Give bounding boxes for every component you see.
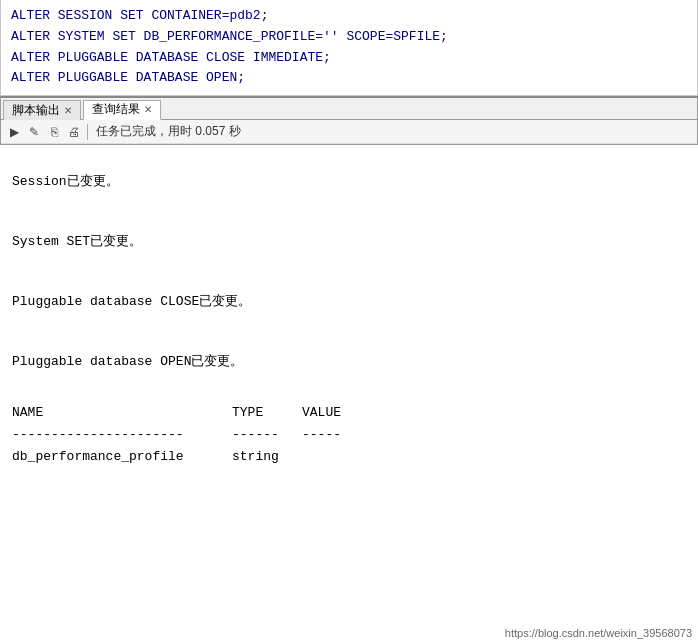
tab-script-output-label: 脚本输出 <box>12 102 60 119</box>
output-line-close: Pluggable database CLOSE已变更。 <box>12 291 686 313</box>
tabs-row: 脚本输出 ✕ 查询结果 ✕ <box>1 98 697 120</box>
output-area[interactable]: Session已变更。 System SET已变更。 Pluggable dat… <box>0 145 698 643</box>
table-row: db_performance_profile string <box>12 446 686 468</box>
output-blank-8 <box>12 376 686 394</box>
table-cell-name: db_performance_profile <box>12 446 232 468</box>
output-line-session: Session已变更。 <box>12 171 686 193</box>
output-blank-6 <box>12 315 686 333</box>
table-header-name: NAME <box>12 402 232 424</box>
output-blank-2 <box>12 195 686 213</box>
tab-query-results-label: 查询结果 <box>92 101 140 118</box>
table-header-value: VALUE <box>302 402 352 424</box>
print-icon[interactable]: 🖨 <box>65 123 83 141</box>
output-blank-3 <box>12 213 686 231</box>
tab-script-output-close[interactable]: ✕ <box>64 105 72 116</box>
table-divider-row: ---------------------- ------ ----- <box>12 424 686 446</box>
code-line-3: ALTER PLUGGABLE DATABASE CLOSE IMMEDIATE… <box>11 48 687 69</box>
watermark: https://blog.csdn.net/weixin_39568073 <box>505 627 692 639</box>
edit-icon[interactable]: ✎ <box>25 123 43 141</box>
table-divider-name: ---------------------- <box>12 424 232 446</box>
copy-icon[interactable]: ⎘ <box>45 123 63 141</box>
code-line-4: ALTER PLUGGABLE DATABASE OPEN; <box>11 68 687 89</box>
toolbar-status: 任务已完成，用时 0.057 秒 <box>96 123 241 140</box>
code-editor[interactable]: ALTER SESSION SET CONTAINER=pdb2; ALTER … <box>0 0 698 96</box>
output-blank-7 <box>12 333 686 351</box>
code-line-2: ALTER SYSTEM SET DB_PERFORMANCE_PROFILE=… <box>11 27 687 48</box>
table-header-row: NAME TYPE VALUE <box>12 402 686 424</box>
run-icon[interactable]: ▶ <box>5 123 23 141</box>
output-line-open: Pluggable database OPEN已变更。 <box>12 351 686 373</box>
output-blank-5 <box>12 273 686 291</box>
code-line-1: ALTER SESSION SET CONTAINER=pdb2; <box>11 6 687 27</box>
toolbar-container: 脚本输出 ✕ 查询结果 ✕ ▶ ✎ ⎘ 🖨 任务已完成，用时 0.057 秒 <box>0 96 698 145</box>
table-divider-type: ------ <box>232 424 302 446</box>
output-table: NAME TYPE VALUE ---------------------- -… <box>12 402 686 468</box>
output-blank-4 <box>12 255 686 273</box>
toolbar-icons-row: ▶ ✎ ⎘ 🖨 任务已完成，用时 0.057 秒 <box>1 120 697 144</box>
tab-script-output[interactable]: 脚本输出 ✕ <box>3 100 81 120</box>
table-header-type: TYPE <box>232 402 302 424</box>
toolbar-separator <box>87 124 88 140</box>
tab-query-results[interactable]: 查询结果 ✕ <box>83 100 161 120</box>
main-container: ALTER SESSION SET CONTAINER=pdb2; ALTER … <box>0 0 698 643</box>
output-blank-1 <box>12 153 686 171</box>
table-cell-type: string <box>232 446 302 468</box>
tab-query-results-close[interactable]: ✕ <box>144 104 152 115</box>
table-cell-value <box>302 446 352 468</box>
output-line-system: System SET已变更。 <box>12 231 686 253</box>
table-divider-value: ----- <box>302 424 352 446</box>
